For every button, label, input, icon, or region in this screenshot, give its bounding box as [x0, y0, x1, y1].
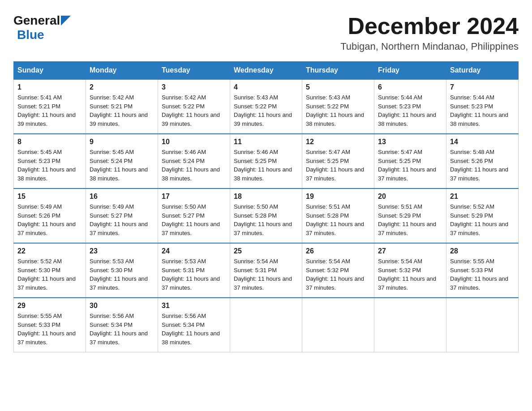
calendar-week-row: 15 Sunrise: 5:49 AM Sunset: 5:26 PM Dayl…: [14, 188, 519, 243]
calendar-cell: 31 Sunrise: 5:56 AM Sunset: 5:34 PM Dayl…: [158, 298, 230, 352]
calendar-cell: 10 Sunrise: 5:46 AM Sunset: 5:24 PM Dayl…: [158, 134, 230, 188]
calendar-cell: 20 Sunrise: 5:51 AM Sunset: 5:29 PM Dayl…: [374, 188, 446, 243]
calendar-table: SundayMondayTuesdayWednesdayThursdayFrid…: [13, 61, 519, 352]
cell-day-number: 1: [17, 83, 82, 91]
cell-info: Sunrise: 5:56 AM Sunset: 5:34 PM Dayligh…: [162, 312, 226, 347]
cell-day-number: 17: [162, 193, 226, 201]
calendar-cell: 23 Sunrise: 5:53 AM Sunset: 5:30 PM Dayl…: [86, 243, 158, 298]
svg-marker-0: [61, 16, 71, 26]
cell-info: Sunrise: 5:51 AM Sunset: 5:29 PM Dayligh…: [378, 202, 442, 237]
cell-info: Sunrise: 5:50 AM Sunset: 5:27 PM Dayligh…: [162, 202, 226, 237]
cell-day-number: 26: [306, 247, 370, 255]
cell-day-number: 21: [450, 193, 515, 201]
calendar-cell: 3 Sunrise: 5:42 AM Sunset: 5:22 PM Dayli…: [158, 79, 230, 134]
logo-arrow-icon: [61, 16, 71, 26]
calendar-week-row: 22 Sunrise: 5:52 AM Sunset: 5:30 PM Dayl…: [14, 243, 519, 298]
cell-day-number: 24: [162, 247, 226, 255]
calendar-cell: 26 Sunrise: 5:54 AM Sunset: 5:32 PM Dayl…: [302, 243, 374, 298]
calendar-header-friday: Friday: [374, 62, 446, 80]
calendar-week-row: 8 Sunrise: 5:45 AM Sunset: 5:23 PM Dayli…: [14, 134, 519, 188]
cell-info: Sunrise: 5:55 AM Sunset: 5:33 PM Dayligh…: [17, 312, 82, 347]
calendar-cell: 29 Sunrise: 5:55 AM Sunset: 5:33 PM Dayl…: [14, 298, 86, 352]
cell-day-number: 15: [17, 193, 82, 201]
month-title: December 2024: [340, 13, 519, 39]
cell-info: Sunrise: 5:42 AM Sunset: 5:21 PM Dayligh…: [90, 93, 154, 128]
cell-info: Sunrise: 5:47 AM Sunset: 5:25 PM Dayligh…: [378, 148, 442, 183]
calendar-cell: 14 Sunrise: 5:48 AM Sunset: 5:26 PM Dayl…: [446, 134, 519, 188]
cell-day-number: 19: [306, 193, 370, 201]
calendar-header-saturday: Saturday: [446, 62, 519, 80]
calendar-cell: 2 Sunrise: 5:42 AM Sunset: 5:21 PM Dayli…: [86, 79, 158, 134]
cell-info: Sunrise: 5:55 AM Sunset: 5:33 PM Dayligh…: [450, 257, 515, 292]
cell-day-number: 13: [378, 138, 442, 146]
calendar-cell: 8 Sunrise: 5:45 AM Sunset: 5:23 PM Dayli…: [14, 134, 86, 188]
cell-info: Sunrise: 5:45 AM Sunset: 5:23 PM Dayligh…: [17, 148, 82, 183]
calendar-cell: 18 Sunrise: 5:50 AM Sunset: 5:28 PM Dayl…: [230, 188, 302, 243]
cell-info: Sunrise: 5:54 AM Sunset: 5:31 PM Dayligh…: [234, 257, 298, 292]
calendar-cell: 5 Sunrise: 5:43 AM Sunset: 5:22 PM Dayli…: [302, 79, 374, 134]
calendar-cell: [446, 298, 519, 352]
cell-day-number: 10: [162, 138, 226, 146]
calendar-cell: 11 Sunrise: 5:46 AM Sunset: 5:25 PM Dayl…: [230, 134, 302, 188]
calendar-cell: 28 Sunrise: 5:55 AM Sunset: 5:33 PM Dayl…: [446, 243, 519, 298]
cell-day-number: 28: [450, 247, 515, 255]
cell-info: Sunrise: 5:48 AM Sunset: 5:26 PM Dayligh…: [450, 148, 515, 183]
location-subtitle: Tubigan, Northern Mindanao, Philippines: [340, 41, 519, 52]
cell-info: Sunrise: 5:51 AM Sunset: 5:28 PM Dayligh…: [306, 202, 370, 237]
cell-info: Sunrise: 5:44 AM Sunset: 5:23 PM Dayligh…: [378, 93, 442, 128]
cell-day-number: 31: [162, 302, 226, 310]
calendar-cell: [302, 298, 374, 352]
cell-info: Sunrise: 5:52 AM Sunset: 5:29 PM Dayligh…: [450, 202, 515, 237]
cell-info: Sunrise: 5:43 AM Sunset: 5:22 PM Dayligh…: [306, 93, 370, 128]
cell-day-number: 18: [234, 193, 298, 201]
cell-info: Sunrise: 5:53 AM Sunset: 5:30 PM Dayligh…: [90, 257, 154, 292]
calendar-cell: 24 Sunrise: 5:53 AM Sunset: 5:31 PM Dayl…: [158, 243, 230, 298]
cell-day-number: 3: [162, 83, 226, 91]
cell-info: Sunrise: 5:56 AM Sunset: 5:34 PM Dayligh…: [90, 312, 154, 347]
calendar-header-thursday: Thursday: [302, 62, 374, 80]
calendar-cell: [374, 298, 446, 352]
calendar-cell: [230, 298, 302, 352]
calendar-cell: 30 Sunrise: 5:56 AM Sunset: 5:34 PM Dayl…: [86, 298, 158, 352]
calendar-cell: 7 Sunrise: 5:44 AM Sunset: 5:23 PM Dayli…: [446, 79, 519, 134]
calendar-cell: 9 Sunrise: 5:45 AM Sunset: 5:24 PM Dayli…: [86, 134, 158, 188]
cell-day-number: 6: [378, 83, 442, 91]
logo: General Blue: [13, 13, 71, 42]
cell-info: Sunrise: 5:42 AM Sunset: 5:22 PM Dayligh…: [162, 93, 226, 128]
calendar-header-monday: Monday: [86, 62, 158, 80]
logo-blue-text: Blue: [17, 28, 44, 42]
cell-info: Sunrise: 5:46 AM Sunset: 5:24 PM Dayligh…: [162, 148, 226, 183]
cell-info: Sunrise: 5:54 AM Sunset: 5:32 PM Dayligh…: [378, 257, 442, 292]
cell-day-number: 11: [234, 138, 298, 146]
calendar-header-row: SundayMondayTuesdayWednesdayThursdayFrid…: [14, 62, 519, 80]
cell-day-number: 8: [17, 138, 82, 146]
calendar-cell: 22 Sunrise: 5:52 AM Sunset: 5:30 PM Dayl…: [14, 243, 86, 298]
cell-day-number: 23: [90, 247, 154, 255]
title-section: December 2024 Tubigan, Northern Mindanao…: [340, 13, 519, 52]
cell-info: Sunrise: 5:53 AM Sunset: 5:31 PM Dayligh…: [162, 257, 226, 292]
calendar-cell: 19 Sunrise: 5:51 AM Sunset: 5:28 PM Dayl…: [302, 188, 374, 243]
cell-info: Sunrise: 5:44 AM Sunset: 5:23 PM Dayligh…: [450, 93, 515, 128]
cell-day-number: 22: [17, 247, 82, 255]
calendar-cell: 16 Sunrise: 5:49 AM Sunset: 5:27 PM Dayl…: [86, 188, 158, 243]
logo-general-text: General: [13, 13, 60, 28]
cell-day-number: 14: [450, 138, 515, 146]
cell-day-number: 4: [234, 83, 298, 91]
calendar-header-sunday: Sunday: [14, 62, 86, 80]
calendar-cell: 12 Sunrise: 5:47 AM Sunset: 5:25 PM Dayl…: [302, 134, 374, 188]
page-header: General Blue December 2024 Tubigan, Nort…: [13, 13, 519, 52]
cell-day-number: 9: [90, 138, 154, 146]
cell-info: Sunrise: 5:43 AM Sunset: 5:22 PM Dayligh…: [234, 93, 298, 128]
calendar-cell: 27 Sunrise: 5:54 AM Sunset: 5:32 PM Dayl…: [374, 243, 446, 298]
calendar-header-tuesday: Tuesday: [158, 62, 230, 80]
cell-info: Sunrise: 5:47 AM Sunset: 5:25 PM Dayligh…: [306, 148, 370, 183]
calendar-cell: 25 Sunrise: 5:54 AM Sunset: 5:31 PM Dayl…: [230, 243, 302, 298]
cell-day-number: 12: [306, 138, 370, 146]
cell-info: Sunrise: 5:49 AM Sunset: 5:26 PM Dayligh…: [17, 202, 82, 237]
cell-day-number: 7: [450, 83, 515, 91]
cell-day-number: 27: [378, 247, 442, 255]
cell-day-number: 2: [90, 83, 154, 91]
calendar-cell: 4 Sunrise: 5:43 AM Sunset: 5:22 PM Dayli…: [230, 79, 302, 134]
cell-info: Sunrise: 5:46 AM Sunset: 5:25 PM Dayligh…: [234, 148, 298, 183]
calendar-cell: 6 Sunrise: 5:44 AM Sunset: 5:23 PM Dayli…: [374, 79, 446, 134]
